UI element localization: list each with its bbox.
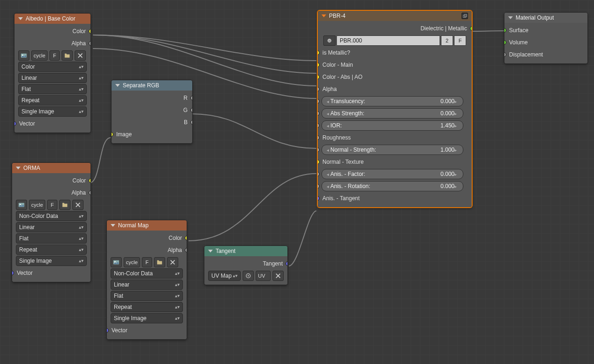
socket-abs-strength-input[interactable]: [317, 111, 320, 116]
socket-normal-texture-input[interactable]: [317, 160, 320, 164]
source-select[interactable]: Single Image▴▾: [18, 106, 87, 117]
datablock-fake-user-button[interactable]: F: [454, 35, 466, 46]
node-normal-map-image-texture[interactable]: Normal Map Color Alpha cycle F Non-Color…: [106, 220, 187, 340]
translucency-field[interactable]: ◂Translucency:0.000▸: [321, 96, 463, 106]
socket-g-output[interactable]: [190, 108, 193, 112]
socket-alpha-output[interactable]: [185, 248, 187, 252]
image-browse-icon[interactable]: [111, 257, 122, 267]
extension-select[interactable]: Repeat▴▾: [16, 245, 87, 255]
source-select[interactable]: Single Image▴▾: [111, 313, 183, 323]
node-header[interactable]: Separate RGB: [112, 80, 192, 91]
direction-select[interactable]: UV Map▴▾: [208, 271, 241, 281]
socket-color-output[interactable]: [185, 236, 187, 240]
uv-picker-icon[interactable]: [243, 271, 254, 281]
image-name-button[interactable]: cycle: [124, 257, 140, 267]
socket-vector-input[interactable]: [12, 271, 14, 275]
socket-translucency-input[interactable]: [317, 99, 320, 104]
extension-select[interactable]: Repeat▴▾: [18, 95, 87, 105]
node-material-output[interactable]: Material Output Surface Volume Displacem…: [504, 12, 588, 64]
socket-color-abs-input[interactable]: [317, 75, 320, 79]
projection-select[interactable]: Flat▴▾: [16, 233, 87, 244]
node-albedo-image-texture[interactable]: Albedo | Base Color Color Alpha cycle F …: [14, 13, 91, 133]
interpolation-select[interactable]: Linear▴▾: [18, 73, 87, 83]
socket-alpha-output[interactable]: [89, 190, 91, 195]
collapse-icon[interactable]: [18, 17, 23, 20]
image-open-icon[interactable]: [59, 200, 70, 210]
node-orma-image-texture[interactable]: ORMA Color Alpha cycle F Non-Color Data▴…: [12, 162, 91, 282]
node-header[interactable]: Albedo | Base Color: [14, 14, 91, 24]
socket-vector-input[interactable]: [14, 121, 16, 126]
node-header[interactable]: Material Output: [504, 13, 587, 23]
node-header[interactable]: PBR-4: [318, 11, 472, 21]
uv-map-name-field[interactable]: UV: [256, 271, 271, 281]
datablock-users-button[interactable]: 2: [441, 35, 453, 46]
socket-surface-input[interactable]: [504, 28, 506, 33]
socket-displacement-input[interactable]: [504, 52, 506, 57]
socket-tangent-output[interactable]: [286, 261, 288, 266]
socket-color-output[interactable]: [89, 178, 91, 183]
image-fake-user-button[interactable]: F: [49, 50, 60, 61]
normal-strength-field[interactable]: ◂Normal - Strength:1.000▸: [321, 145, 463, 155]
color-space-select[interactable]: Non-Color Data▴▾: [16, 211, 87, 221]
collapse-icon[interactable]: [16, 167, 21, 169]
datablock-name-field[interactable]: PBR.000: [336, 35, 440, 46]
socket-roughness-input[interactable]: [317, 135, 320, 140]
node-header[interactable]: Tangent: [204, 246, 287, 256]
interpolation-select[interactable]: Linear▴▾: [111, 280, 183, 290]
input-color-main: Color - Main: [318, 59, 472, 71]
color-space-select[interactable]: Color▴▾: [18, 62, 87, 72]
input-vector: Vector: [107, 324, 187, 336]
abs-strength-field[interactable]: ◂Abs Strength:0.000▸: [321, 108, 463, 119]
collapse-icon[interactable]: [208, 250, 213, 252]
color-space-select[interactable]: Non-Color Data▴▾: [111, 268, 183, 279]
socket-shader-output[interactable]: [470, 26, 472, 31]
interpolation-select[interactable]: Linear▴▾: [16, 222, 87, 232]
collapse-icon[interactable]: [115, 84, 120, 87]
node-tangent[interactable]: Tangent Tangent UV Map▴▾ UV: [204, 245, 288, 285]
socket-metallic-input[interactable]: [317, 50, 320, 55]
node-header[interactable]: Normal Map: [107, 220, 187, 231]
image-unlink-icon[interactable]: [72, 200, 84, 210]
node-header[interactable]: ORMA: [12, 163, 91, 173]
image-name-button[interactable]: cycle: [31, 50, 48, 61]
image-name-button[interactable]: cycle: [29, 200, 45, 210]
socket-alpha-output[interactable]: [89, 41, 91, 46]
group-edit-icon[interactable]: [461, 13, 468, 19]
socket-color-main-input[interactable]: [317, 63, 320, 67]
node-separate-rgb[interactable]: Separate RGB R G B Image: [111, 80, 193, 144]
image-browse-icon[interactable]: [16, 200, 27, 210]
anis-factor-field[interactable]: ◂Anis. - Factor:0.000▸: [321, 169, 463, 179]
source-select[interactable]: Single Image▴▾: [16, 256, 87, 266]
collapse-icon[interactable]: [321, 14, 326, 17]
image-unlink-icon[interactable]: [167, 257, 178, 267]
socket-anis-rotation-input[interactable]: [317, 184, 320, 189]
socket-image-input[interactable]: [111, 132, 113, 137]
node-pbr-group[interactable]: PBR-4 Dielectric | Metallic PBR.000 2 F …: [317, 10, 472, 208]
image-open-icon[interactable]: [154, 257, 165, 267]
socket-color-output[interactable]: [89, 29, 91, 34]
extension-select[interactable]: Repeat▴▾: [111, 302, 183, 312]
image-browse-icon[interactable]: [18, 50, 29, 61]
image-fake-user-button[interactable]: F: [142, 257, 152, 267]
datablock-browse-icon[interactable]: [323, 35, 335, 46]
projection-select[interactable]: Flat▴▾: [18, 84, 87, 94]
socket-vector-input[interactable]: [106, 328, 109, 333]
socket-ior-input[interactable]: [317, 123, 320, 128]
socket-anis-factor-input[interactable]: [317, 172, 320, 176]
projection-select[interactable]: Flat▴▾: [111, 291, 183, 301]
socket-alpha-input[interactable]: [317, 87, 320, 91]
image-unlink-icon[interactable]: [75, 50, 86, 61]
image-fake-user-button[interactable]: F: [47, 200, 57, 210]
uv-clear-icon[interactable]: [273, 271, 284, 281]
collapse-icon[interactable]: [508, 16, 513, 19]
socket-b-output[interactable]: [190, 120, 193, 125]
socket-r-output[interactable]: [190, 96, 193, 100]
socket-volume-input[interactable]: [504, 40, 506, 45]
image-open-icon[interactable]: [62, 50, 73, 61]
socket-normal-strength-input[interactable]: [317, 147, 320, 152]
collapse-icon[interactable]: [111, 224, 115, 227]
socket-anis-tangent-input[interactable]: [317, 196, 320, 201]
anis-rotation-field[interactable]: ◂Anis. - Rotation:0.000▸: [321, 181, 463, 191]
ior-field[interactable]: ◂IOR:1.450▸: [321, 120, 463, 131]
input-color-abs-ao: Color - Abs | AO: [318, 71, 472, 83]
